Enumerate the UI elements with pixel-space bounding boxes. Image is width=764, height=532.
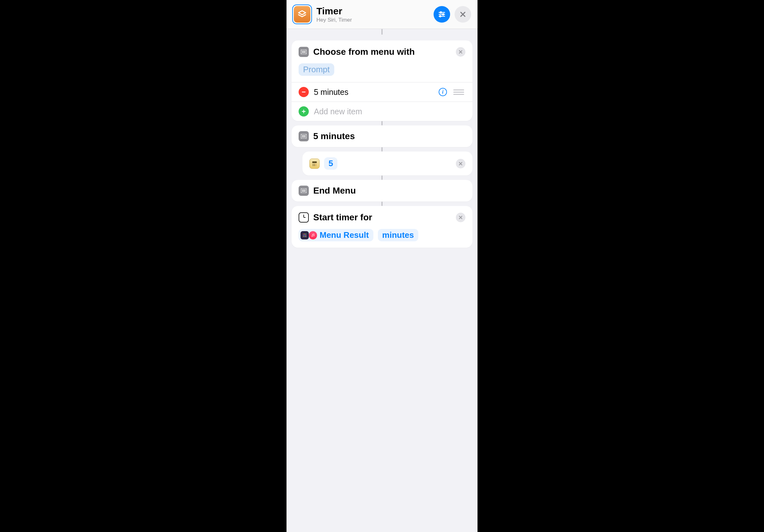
shortcut-icon[interactable] — [292, 4, 312, 24]
menu-item-row[interactable]: 5 minutes i — [291, 83, 473, 101]
svg-point-3 — [443, 14, 444, 15]
svg-rect-13 — [312, 161, 317, 163]
sliders-icon — [438, 11, 446, 18]
flow-connector — [291, 121, 473, 125]
svg-point-27 — [304, 235, 305, 236]
siri-phrase: Hey Siri, Timer — [316, 17, 429, 23]
svg-rect-20 — [301, 188, 306, 193]
svg-rect-10 — [301, 134, 306, 138]
flow-connector — [291, 175, 473, 180]
end-menu-label: End Menu — [313, 186, 356, 196]
action-header-row: 5 — [302, 151, 473, 175]
menu-icon — [298, 131, 309, 141]
svg-point-30 — [304, 236, 305, 237]
delete-item-button[interactable] — [298, 87, 309, 97]
flow-connector — [286, 29, 478, 35]
shortcut-title: Timer — [316, 6, 429, 16]
x-icon — [459, 50, 463, 54]
remove-action-button[interactable] — [456, 213, 466, 222]
action-header-row: 5 minutes — [291, 125, 473, 147]
drag-handle[interactable] — [452, 89, 466, 95]
svg-rect-6 — [301, 50, 306, 54]
settings-button[interactable] — [434, 6, 450, 23]
clock-icon — [298, 212, 309, 223]
stack-icon — [297, 10, 307, 19]
flow-connector — [291, 202, 473, 206]
svg-point-26 — [303, 235, 304, 236]
case-label: 5 minutes — [313, 131, 355, 141]
add-item-row[interactable]: Add new item — [291, 102, 473, 121]
svg-point-5 — [440, 16, 441, 17]
svg-point-33 — [313, 235, 314, 236]
svg-point-29 — [303, 236, 304, 237]
item-info-button[interactable]: i — [439, 88, 447, 96]
svg-point-28 — [305, 235, 306, 236]
calculator-icon — [309, 159, 319, 169]
editor-header: Timer Hey Siri, Timer — [286, 0, 478, 29]
svg-point-16 — [315, 164, 316, 165]
action-choose-menu[interactable]: Choose from menu with Prompt 5 minutes i — [291, 41, 473, 121]
svg-point-17 — [312, 165, 313, 166]
actions-list: Choose from menu with Prompt 5 minutes i — [286, 35, 478, 532]
flow-connector — [291, 147, 473, 151]
svg-point-18 — [314, 165, 315, 166]
shortcut-icon-glyph — [294, 6, 310, 23]
action-menu-case[interactable]: 5 minutes — [291, 125, 473, 147]
minus-icon — [301, 89, 306, 94]
x-icon — [459, 215, 463, 220]
action-header-row: End Menu — [291, 180, 473, 202]
title-block[interactable]: Timer Hey Siri, Timer — [316, 6, 429, 23]
shortcuts-app-icon — [300, 231, 309, 240]
variable-name: Menu Result — [319, 230, 369, 240]
add-item-button[interactable] — [298, 106, 309, 116]
svg-point-32 — [312, 236, 312, 237]
svg-point-19 — [315, 165, 316, 166]
svg-point-25 — [305, 233, 306, 234]
svg-point-15 — [314, 164, 315, 165]
close-icon — [459, 11, 467, 18]
menu-item-label[interactable]: 5 minutes — [314, 88, 434, 97]
action-end-menu[interactable]: End Menu — [291, 180, 473, 202]
svg-point-14 — [312, 164, 313, 165]
svg-point-31 — [305, 236, 306, 237]
action-header-row: Choose from menu with Prompt — [291, 41, 473, 82]
plus-icon — [301, 109, 306, 114]
variable-token[interactable]: Menu Result — [298, 229, 373, 241]
svg-point-1 — [440, 12, 442, 13]
svg-point-23 — [303, 233, 304, 234]
menu-icon — [298, 186, 309, 196]
action-header-row: Start timer for Menu Result minutes — [291, 206, 473, 248]
action-number[interactable]: 5 — [302, 151, 473, 175]
unit-token[interactable]: minutes — [378, 229, 419, 241]
music-app-icon — [309, 231, 317, 240]
action-start-timer[interactable]: Start timer for Menu Result minutes — [291, 206, 473, 248]
close-button[interactable] — [455, 6, 471, 23]
x-icon — [459, 161, 463, 166]
remove-action-button[interactable] — [456, 159, 466, 168]
add-item-placeholder: Add new item — [314, 107, 466, 116]
prompt-token[interactable]: Prompt — [298, 63, 334, 76]
action-label: Choose from menu with — [313, 47, 415, 57]
shortcut-editor: Timer Hey Siri, Timer — [286, 0, 478, 532]
svg-point-24 — [304, 233, 305, 234]
timer-label: Start timer for — [313, 212, 372, 223]
remove-action-button[interactable] — [456, 47, 466, 57]
number-token[interactable]: 5 — [324, 157, 337, 170]
menu-icon — [298, 47, 309, 57]
